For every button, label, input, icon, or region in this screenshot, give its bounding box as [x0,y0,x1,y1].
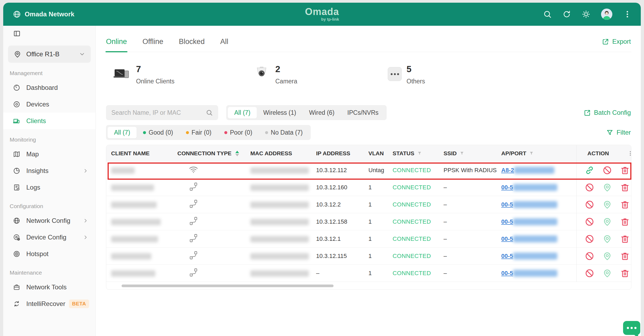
block-client-button[interactable] [602,165,612,175]
search-input[interactable] [111,109,206,116]
sidebar-item-network-tools[interactable]: Network Tools [3,279,96,296]
col-status: STATUS [393,150,444,157]
delete-client-button[interactable] [620,234,630,244]
client-name-cell [106,270,177,277]
locate-client-button[interactable] [602,234,612,244]
sort-icon[interactable] [235,151,239,156]
ssid-filter-funnel-icon[interactable] [459,151,464,156]
sidebar-item-logs[interactable]: Logs [3,179,96,196]
action-cell [576,265,638,282]
quality-nodata[interactable]: No Data (7) [259,127,309,138]
ap-port-cell: 00-5 [501,235,576,242]
horizontal-scrollbar-thumb[interactable] [122,285,334,287]
action-cell [576,248,638,265]
link-action-button[interactable] [585,165,594,175]
search-icon[interactable] [543,10,552,19]
batch-config-button[interactable]: Batch Config [584,109,631,116]
block-client-button[interactable] [585,200,594,209]
table-row[interactable]: 10.3.12.1 1 CONNECTED – 00-5 [106,230,631,248]
sidebar-item-network-config[interactable]: Network Config [3,212,96,229]
locate-client-button[interactable] [602,183,612,192]
sidebar-item-clients[interactable]: Clients [3,113,96,129]
search-icon[interactable] [206,109,213,116]
quality-all[interactable]: All (7) [108,127,137,138]
tab-offline[interactable]: Offline [142,38,163,52]
filter-wireless[interactable]: Wireless (1) [257,107,303,119]
table-row[interactable]: 10.3.12.112 Untag CONNECTED PPSK With RA… [106,162,631,179]
table-row[interactable]: 10.3.12.115 1 CONNECTED – 00-5 [106,248,631,265]
redacted-ap-name [513,235,557,242]
clients-table: CLIENT NAME CONNECTION TYPE MAC ADDRESS … [106,145,631,290]
filter-button[interactable]: Filter [606,129,631,136]
block-client-button[interactable] [585,234,594,244]
connection-type-cell [177,268,250,279]
tab-online[interactable]: Online [106,38,127,52]
filter-all[interactable]: All (7) [228,107,257,119]
ap-port-link[interactable]: 00-5 [501,184,576,191]
chat-support-bubble[interactable] [623,321,640,335]
locate-client-button[interactable] [602,268,612,278]
ap-port-link[interactable]: A8-2 [501,167,576,174]
locate-client-button[interactable] [602,217,612,227]
sidebar-item-hotspot[interactable]: Hotspot [3,246,96,262]
laptop-phone-icon [114,66,131,84]
block-client-button[interactable] [585,217,594,227]
block-client-button[interactable] [585,183,594,192]
dashboard-icon [13,84,20,91]
app-title: Omada Network [25,10,74,18]
site-selector[interactable]: Office R1-B [8,46,91,63]
block-client-button[interactable] [585,268,594,278]
sidebar-item-devices[interactable]: Devices [3,96,96,113]
ap-port-link[interactable]: 00-5 [501,201,576,208]
table-row[interactable]: 10.3.12.158 1 CONNECTED – 00-5 [106,213,631,230]
locate-client-button[interactable] [602,200,612,209]
filter-wired[interactable]: Wired (6) [303,107,341,119]
delete-client-button[interactable] [620,217,630,227]
mac-address-cell [250,218,316,225]
mac-address-cell [250,235,316,242]
delete-client-button[interactable] [620,183,630,192]
delete-client-button[interactable] [620,268,630,278]
table-row[interactable]: 10.3.12.160 1 CONNECTED – 00-5 [106,179,631,196]
sidebar-item-map[interactable]: Map [3,146,96,163]
col-connection-type[interactable]: CONNECTION TYPE [177,150,250,157]
tab-all[interactable]: All [220,38,228,52]
block-client-button[interactable] [585,251,594,261]
header-actions [543,3,632,26]
theme-brightness-icon[interactable] [582,10,590,19]
locate-client-button[interactable] [602,251,612,261]
delete-client-button[interactable] [620,251,630,261]
refresh-icon[interactable] [562,10,571,19]
sidebar-item-insights[interactable]: Insights [3,163,96,179]
ap-port-filter-funnel-icon[interactable] [529,151,534,156]
status-filter-funnel-icon[interactable] [417,151,422,156]
quality-good[interactable]: Good (0) [137,127,180,138]
quality-poor[interactable]: Poor (0) [218,127,259,138]
ap-port-link[interactable]: 00-5 [501,235,576,242]
filter-ipcs-nvrs[interactable]: IPCs/NVRs [341,107,385,119]
sidebar-item-device-config[interactable]: Device Config [3,229,96,246]
export-button[interactable]: Export [602,38,631,45]
ap-port-link[interactable]: 00-5 [501,270,576,277]
status-cell: CONNECTED [393,253,444,260]
sidebar-collapse-icon[interactable] [13,29,22,39]
site-pin-icon [13,50,21,58]
quality-filter-group: All (7) Good (0) Fair (0) Poor (0) No Da… [106,125,311,140]
sidebar-item-dashboard[interactable]: Dashboard [3,79,96,96]
sidebar-item-label: Devices [26,101,49,108]
ip-address-cell: 10.3.12.112 [316,167,368,174]
more-menu-icon[interactable] [623,10,632,19]
delete-client-button[interactable] [620,165,630,175]
redacted-client-name [111,219,161,225]
ap-port-link[interactable]: 00-5 [501,218,576,225]
quality-fair[interactable]: Fair (0) [180,127,218,138]
ap-port-link[interactable]: 00-5 [501,253,576,260]
user-avatar[interactable] [601,9,612,20]
table-row[interactable]: 10.3.12.2 1 CONNECTED – 00-5 [106,196,631,213]
tab-blocked[interactable]: Blocked [179,38,205,52]
table-row[interactable]: – 1 CONNECTED – 00-5 [106,265,631,282]
delete-client-button[interactable] [620,200,630,209]
stat-label: Online Clients [136,78,174,85]
sidebar-item-intellirecover[interactable]: IntelliRecover BETA [3,296,96,312]
column-settings-kebab-icon[interactable] [627,150,633,156]
